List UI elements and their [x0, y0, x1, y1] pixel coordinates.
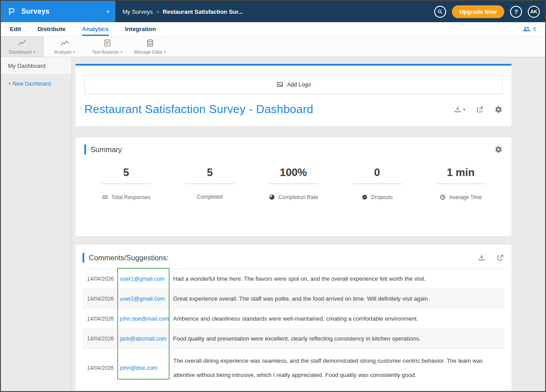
- comment-text: Ambience and cleanliness standards were …: [173, 312, 504, 325]
- page-title: Restaurant Satisfaction Survey - Dashboa…: [84, 102, 313, 116]
- tab-edit[interactable]: Edit: [10, 22, 21, 36]
- comments-download-button[interactable]: [478, 254, 486, 262]
- chevron-down-icon: ▾: [107, 9, 109, 15]
- chevron-down-icon: ▾: [121, 50, 123, 54]
- comment-row: 14/04/2026 user2@gmail.com Great experie…: [83, 289, 504, 309]
- sidebar-item-my-dashboard[interactable]: My Dashboard: [1, 57, 71, 74]
- breadcrumb-my-surveys[interactable]: My Surveys: [123, 8, 153, 15]
- settings-button[interactable]: [495, 106, 502, 114]
- breadcrumb: My Surveys › Restaurant Satisfaction Sur…: [123, 8, 243, 15]
- comments-header: Comments/Suggestions:: [83, 253, 504, 263]
- chevron-down-icon: ▾: [164, 50, 166, 54]
- avatar[interactable]: AK: [528, 6, 540, 18]
- tool-label: Dashboard: [9, 49, 32, 55]
- breadcrumb-current-survey: Restaurant Satisfaction Sur...: [163, 8, 243, 15]
- database-icon: [146, 39, 154, 47]
- tool-text-analysis[interactable]: Text Analysis▾: [86, 36, 129, 57]
- tool-label: Manage Data: [134, 49, 162, 55]
- comment-row: 14/04/2026 john@doe.com The overall dini…: [83, 349, 504, 387]
- dashboard-header-card: Add Logo Restaurant Satisfaction Survey …: [75, 64, 511, 126]
- title-actions: ▾: [454, 106, 502, 114]
- summary-header: Summary: [84, 145, 502, 154]
- collaborators-count: 5: [533, 26, 536, 32]
- comment-email[interactable]: user2@gmail.com: [119, 296, 173, 302]
- people-icon: [523, 25, 530, 33]
- download-icon: [454, 106, 462, 114]
- dots-grid-icon: [102, 194, 108, 200]
- analysis-chart-icon: [60, 39, 69, 47]
- title-row: Restaurant Satisfaction Survey - Dashboa…: [84, 102, 502, 116]
- search-button[interactable]: [434, 6, 446, 18]
- accent-bar: [83, 253, 84, 263]
- new-dashboard-button[interactable]: + New Dashboard: [1, 74, 71, 94]
- comments-card: Comments/Suggestions:: [75, 245, 511, 391]
- tab-integration[interactable]: Integration: [125, 22, 156, 36]
- dashboard-main: Add Logo Restaurant Satisfaction Survey …: [72, 57, 545, 391]
- summary-settings-button[interactable]: [495, 145, 502, 153]
- comment-email[interactable]: john.doe@mail.com: [119, 316, 173, 322]
- stat-total-responses: 5 Total Responses: [84, 166, 168, 200]
- share-icon: [476, 106, 484, 114]
- collaborators[interactable]: 5: [523, 22, 536, 36]
- accent-bar: [84, 145, 86, 154]
- comment-email[interactable]: jack@abcmail.com: [119, 336, 173, 342]
- download-button[interactable]: ▾: [454, 106, 465, 114]
- share-icon: [496, 254, 504, 262]
- questionpro-logo: [7, 7, 17, 16]
- comment-date: 14/04/2026: [83, 336, 119, 342]
- tool-label: Analysis: [54, 49, 71, 55]
- summary-card: Summary 5: [75, 137, 511, 236]
- topbar-actions: Upgrade Now ? AK: [434, 5, 540, 18]
- line-chart-icon: [18, 39, 27, 47]
- text-analysis-icon: [103, 39, 112, 47]
- tab-distribute[interactable]: Distribute: [38, 22, 66, 36]
- content-area: My Dashboard + New Dashboard Add Logo Re…: [1, 57, 545, 391]
- analytics-toolbar: Dashboard▾ Analysis▾ Text Analysis▾ Mana…: [1, 36, 545, 57]
- share-button[interactable]: [476, 106, 484, 114]
- tool-dashboard[interactable]: Dashboard▾: [1, 36, 44, 57]
- tool-label: Text Analysis: [92, 49, 119, 55]
- gear-icon: [495, 106, 502, 114]
- summary-title: Summary: [91, 145, 122, 154]
- comments-table: 14/04/2026 user1@gmail.com Had a wonderf…: [83, 269, 504, 387]
- comment-text: Great experience overall. The staff was …: [173, 292, 504, 306]
- search-icon: [437, 9, 443, 15]
- product-name: Surveys: [21, 8, 50, 16]
- stat-dropouts: 0 Dropouts: [335, 166, 419, 200]
- comment-text: Had a wonderful time here. The flavors w…: [173, 272, 504, 286]
- topbar: Surveys ▾ My Surveys › Restaurant Satisf…: [1, 1, 545, 22]
- comment-row: 14/04/2026 john.doe@mail.com Ambience an…: [83, 309, 504, 329]
- upgrade-button[interactable]: Upgrade Now: [452, 5, 504, 18]
- clock-icon: [439, 194, 446, 200]
- comment-date: 14/04/2026: [83, 276, 119, 282]
- comment-row: 14/04/2026 jack@abcmail.com Food quality…: [83, 329, 504, 349]
- chevron-down-icon: ▾: [73, 50, 75, 54]
- comment-date: 14/04/2026: [83, 296, 119, 302]
- chevron-down-icon: ▾: [463, 107, 465, 112]
- help-button[interactable]: ?: [510, 6, 522, 18]
- add-logo-button[interactable]: Add Logo: [84, 74, 502, 94]
- tool-manage-data[interactable]: Manage Data▾: [129, 36, 171, 57]
- comment-date: 14/04/2026: [83, 316, 119, 322]
- stat-average-time: 1 min Average Time: [419, 166, 502, 200]
- product-switcher[interactable]: Surveys ▾: [1, 1, 115, 22]
- survey-section-nav: Edit Distribute Analytics Integration 5: [1, 22, 545, 36]
- stat-completed: 5 Completed: [168, 166, 251, 200]
- add-logo-label: Add Logo: [287, 82, 311, 88]
- comment-email[interactable]: john@doe.com: [119, 365, 173, 371]
- comment-date: 14/04/2026: [83, 365, 119, 371]
- chevron-down-icon: ▾: [33, 50, 35, 54]
- tool-analysis[interactable]: Analysis▾: [44, 36, 86, 57]
- summary-stats: 5 Total Responses 5 Completed: [84, 166, 502, 200]
- minus-circle-icon: [361, 194, 368, 200]
- comment-text: Food quality and presentation were excel…: [173, 332, 504, 345]
- comment-email[interactable]: user1@gmail.com: [119, 276, 173, 282]
- comments-share-button[interactable]: [496, 254, 504, 262]
- gear-icon: [495, 145, 502, 153]
- tab-analytics[interactable]: Analytics: [82, 22, 109, 36]
- pie-icon: [269, 194, 275, 200]
- comments-title: Comments/Suggestions:: [89, 254, 169, 262]
- image-icon: [276, 81, 284, 88]
- breadcrumb-separator-icon: ›: [157, 8, 159, 15]
- download-icon: [478, 254, 486, 262]
